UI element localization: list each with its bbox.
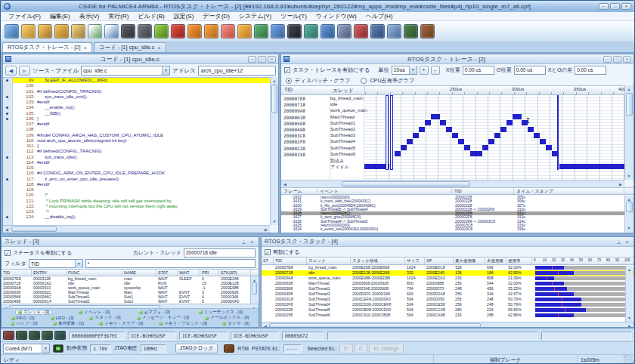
code-line[interactable]: 111:{ xyxy=(13,143,270,149)
code-line[interactable]: 115: xyxy=(13,165,270,171)
stack-row[interactable]: 20000718idle2000E128-2000E2683202000E240… xyxy=(262,270,633,276)
panel-tab[interactable]: スタック - [3] xyxy=(87,316,122,321)
chevron-down-icon[interactable]: ▼ xyxy=(409,66,417,74)
stack-enable-checkbox[interactable]: ✓ xyxy=(265,249,271,255)
thread-table[interactable]: 200007E800003118bg_thread_mainmainWAITSL… xyxy=(2,276,259,304)
code-minimize-button[interactable]: – xyxy=(248,56,256,63)
thread-table-header[interactable]: TIDENTRYFUNCNAMESTATWAITPRISTK(SP) xyxy=(2,269,259,276)
navigate-forward-button[interactable]: ▶ xyxy=(19,66,30,76)
break-icon[interactable] xyxy=(221,24,235,39)
code-line[interactable]: 117: z_arm_on_enter_cpu_idle_prepare(); xyxy=(13,177,270,182)
stack-row[interactable]: 200007E8bg_thread_main2000E268-2000E6681… xyxy=(262,265,633,270)
breakpoint-marker[interactable] xyxy=(6,96,8,98)
panel-tab[interactable]: 条件変数 - [3] xyxy=(51,321,86,326)
stack-table[interactable]: 200007E8bg_thread_main2000E268-2000E6681… xyxy=(262,265,633,322)
stack-column-header[interactable]: SP xyxy=(425,258,454,264)
trace-view-icon[interactable] xyxy=(304,24,318,39)
code-line[interactable]: 123: */ xyxy=(13,209,270,214)
code-line[interactable]: 121: * Lock PRIMASK while sleeping: wfe … xyxy=(13,199,270,204)
scroll-up-icon[interactable]: ▲ xyxy=(271,77,278,85)
trace-close-button[interactable]: × xyxy=(623,56,631,63)
code-line[interactable]: 99: SLEEP_IF_ALLOWED(__WFI); xyxy=(13,78,270,83)
breakpoint-list-icon[interactable] xyxy=(354,24,368,39)
filter-key-combo[interactable]: TID ▼ xyxy=(29,259,83,268)
code-window-titlebar[interactable]: コード - [1] cpu_idle.c – □ × xyxy=(3,54,278,64)
code-line[interactable]: 110:void arch_cpu_atomic_idle(unsigned i… xyxy=(13,138,270,143)
code-line[interactable]: 112:#if defined(CONFIG_TRACING) xyxy=(13,149,270,154)
breakpoint-marker[interactable] xyxy=(6,113,8,115)
scroll-left-icon[interactable]: ◀ xyxy=(262,322,269,328)
scroll-up-icon[interactable]: ▲ xyxy=(625,85,633,93)
close-icon[interactable]: × xyxy=(157,45,160,51)
thread-column-header[interactable]: TID xyxy=(2,270,32,276)
step-icon[interactable] xyxy=(237,24,252,39)
code-line[interactable]: 116:#if CONFIG_ARM_ON_ENTER_CPU_IDLE_PRE… xyxy=(13,171,270,176)
status-enable-checkbox[interactable]: ✓ xyxy=(5,250,11,256)
thread-column-header[interactable]: ENTRY xyxy=(32,270,67,276)
memory-view-icon[interactable] xyxy=(321,24,335,39)
stack-row[interactable]: 20000498SubThread22000D0F0-2000D34860020… xyxy=(262,292,633,297)
graph-vertical-scrollbar[interactable]: ▲ ▼ xyxy=(624,85,633,180)
run-icon[interactable] xyxy=(154,24,169,39)
thread-column-header[interactable]: FUNC xyxy=(67,270,122,276)
jtag-clock-button[interactable]: JTAGクロック xyxy=(175,344,218,353)
stack-row[interactable]: 20000228SubThread52000CB08-2000CD0050420… xyxy=(262,307,633,313)
trace-window-titlebar[interactable]: RTOSタスク・トレース - [2] – □ × xyxy=(281,54,633,64)
breakpoint-marker[interactable] xyxy=(6,118,8,120)
panel-tab[interactable]: タイマ - [3] xyxy=(220,321,251,326)
graph-horizontal-scrollbar[interactable]: ◀ ▶ xyxy=(281,180,624,187)
stack-column-header[interactable]: スレッド xyxy=(307,258,351,264)
trace-graph-body[interactable]: 200007E8bg_thread_main20000718idle200009… xyxy=(281,95,624,180)
xpos-field[interactable]: 0.00 us xyxy=(463,66,494,75)
panel-tab[interactable]: パイプ - [3] xyxy=(8,321,39,326)
panel-tab[interactable]: メモリ・スラブ - [3] xyxy=(97,321,145,326)
panel-tab[interactable]: メモリ・ブロック - [3] xyxy=(156,321,209,326)
panel-tab[interactable]: イベント - [3] xyxy=(76,310,112,315)
event-row[interactable]: -1624k_event_set(20004310,00000001)20000… xyxy=(281,227,624,231)
stack-horizontal-scrollbar[interactable]: ◀ ▶ xyxy=(262,322,633,328)
titlebar[interactable]: CSIDE for PALMiCE4 ARM64 - RTOSタスク・トレース … xyxy=(1,1,634,12)
code-line[interactable]: 119: xyxy=(13,187,270,193)
code-line[interactable]: 114:#endif xyxy=(13,160,270,165)
stack-table-header[interactable]: STTIDスレッドスタック領域サイズSP最大使用量未使用量使用率01020304… xyxy=(262,257,633,265)
panel-tab[interactable]: セマフォ - [3] xyxy=(137,310,172,315)
trace-minimize-button[interactable]: – xyxy=(603,56,612,63)
chevron-down-icon[interactable]: ▼ xyxy=(75,260,82,268)
code-vertical-scrollbar[interactable]: ▲ ▼ xyxy=(270,77,278,225)
open-folder-icon[interactable] xyxy=(54,24,69,39)
code-line[interactable]: 124: __disable_irq(); xyxy=(13,214,270,220)
go-symbol-icon[interactable] xyxy=(254,24,268,39)
pin-icon[interactable] xyxy=(615,239,622,245)
scroll-down-icon[interactable]: ▼ xyxy=(625,224,633,232)
code-line[interactable]: 107:#endif xyxy=(13,122,270,127)
code-margin[interactable] xyxy=(3,78,13,225)
breakpoint-marker[interactable] xyxy=(6,178,8,180)
tid-column-header[interactable]: TID xyxy=(284,87,293,92)
stack-row[interactable]: 200003C8SubThread32000CEF8-2000D0F050420… xyxy=(262,297,633,302)
code-line[interactable]: 106:} xyxy=(13,116,270,122)
code-line[interactable]: 108: xyxy=(13,127,270,132)
watch-view-icon[interactable] xyxy=(370,24,385,39)
tab-code[interactable]: コード - [1] cpu_idle.c× xyxy=(94,42,166,52)
address-input[interactable]: arch_cpu_idle+12 xyxy=(198,66,276,76)
menu-item[interactable]: ビルド(B) xyxy=(133,12,169,21)
thread-column-header[interactable]: スレッド xyxy=(333,87,354,94)
filter-value-input[interactable]: * xyxy=(85,259,256,268)
close-icon[interactable]: × xyxy=(249,239,256,245)
text-file-icon[interactable] xyxy=(104,24,119,39)
code-close-button[interactable]: × xyxy=(268,56,276,63)
dispatch-graph-radio[interactable] xyxy=(286,78,292,84)
event-column-header[interactable]: タイム・スタンプ xyxy=(514,188,624,194)
reset-icon[interactable] xyxy=(187,24,202,39)
panel-tab[interactable]: メッセージ・キュー - [3] xyxy=(135,316,191,321)
code-maximize-button[interactable]: □ xyxy=(258,56,266,63)
code-line[interactable]: 104: __enable_irq(); xyxy=(13,105,270,110)
panel-tab[interactable]: スレッド - [3] xyxy=(15,310,52,315)
panel-tab[interactable]: LIFO - [3] xyxy=(48,316,76,321)
zoom-in-button[interactable]: + xyxy=(420,66,429,75)
scroll-down-icon[interactable]: ▼ xyxy=(626,314,633,322)
stack-row[interactable]: 200002F8SubThread42000CD00-2000CEF850420… xyxy=(262,302,633,307)
stack-column-header[interactable]: 使用率 xyxy=(506,258,532,264)
event-column-header[interactable]: TID xyxy=(452,188,514,194)
event-column-header[interactable]: フレーム xyxy=(281,188,318,194)
